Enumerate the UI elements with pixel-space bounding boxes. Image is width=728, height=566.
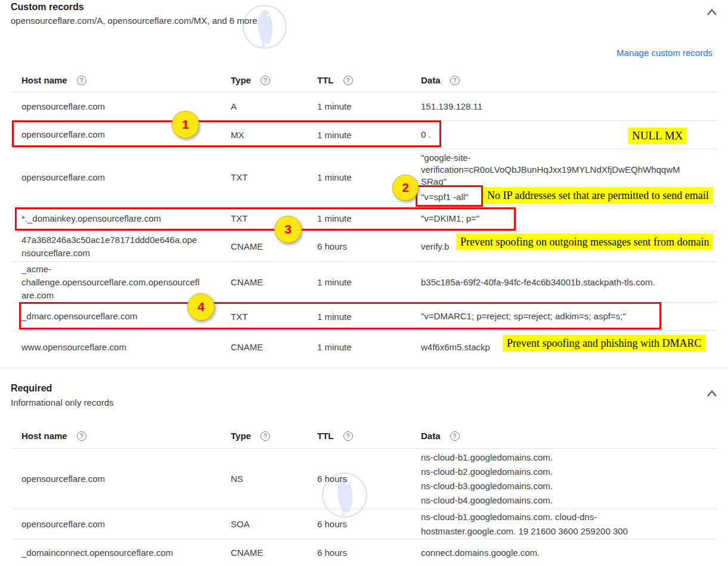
annotation-label-spf: No IP addresses set that are permitted t… [483,187,713,204]
record-data: 0 . [421,129,431,139]
help-icon[interactable]: ? [77,431,86,441]
help-icon[interactable]: ? [77,76,86,85]
record-host: _dmarc.opensourceflare.com [21,310,200,323]
table-row: opensourceflare.com NS 6 hours ns-cloud-… [12,449,717,509]
record-host: *._domainkey.opensourceflare.com [21,212,200,225]
annotation-label-dmarc: Prevent spoofing and phishing with DMARC [503,335,706,352]
record-data: "google-site-verification=cR0oLVoQbJBunH… [421,152,683,188]
col-host-name: Host name [21,75,67,85]
record-type: SOA [231,519,317,529]
record-host: 47a368246a3c50ac1e78171ddd0e646a.opensou… [21,234,200,260]
record-ttl: 1 minute [317,130,421,140]
col-data: Data [421,75,441,85]
record-host: _domainconnect.opensourceflare.com [21,546,200,559]
record-data: ns-cloud-b2.googledomains.com. [421,465,683,479]
record-type: A [231,101,317,111]
record-data: "v=DMARC1; p=reject; sp=reject; adkim=s;… [421,311,626,321]
annotation-number-3: 3 [274,216,302,243]
col-type: Type [231,431,251,441]
collapse-custom-chevron-up-icon[interactable] [704,5,720,20]
section-divider [0,368,728,368]
dns-records-page: Custom records opensourceflare.com/A, op… [0,0,728,566]
table-row: _domainconnect.opensourceflare.com CNAME… [12,539,717,566]
record-type: MX [231,130,317,140]
table-row: _dmarc.opensourceflare.com TXT 1 minute … [12,303,717,331]
record-data: w4f6x6m5.stackp [421,342,490,352]
col-ttl: TTL [317,431,334,441]
record-ttl: 1 minute [317,342,421,352]
col-data: Data [421,431,441,441]
record-host: opensourceflare.com [21,518,200,531]
record-host: opensourceflare.com [21,100,200,113]
table-row: _acme-challenge.opensourceflare.com.open… [12,262,717,303]
record-host: opensourceflare.com [21,472,200,486]
record-data: ns-cloud-b1.googledomains.com. cloud-dns… [421,512,628,536]
record-ttl: 6 hours [317,548,421,558]
record-ttl: 1 minute [317,312,421,322]
record-type: CNAME [231,548,317,558]
help-icon[interactable]: ? [343,76,353,85]
record-data: ns-cloud-b1.googledomains.com. [421,450,683,465]
record-data: verify.b [421,241,449,251]
required-title: Required [11,383,52,394]
table-row: opensourceflare.com SOA 6 hours ns-cloud… [12,509,717,539]
required-subtitle: Informational only records [11,397,114,408]
record-data: ns-cloud-b4.googledomains.com. [421,493,683,508]
help-icon[interactable]: ? [343,431,353,441]
col-ttl: TTL [317,75,334,85]
help-icon[interactable]: ? [450,431,460,441]
record-data: b35c185a-69f2-40fa-94fc-fe4c6b34001b.sta… [421,277,655,287]
required-table-header: Host name? Type? TTL? Data? [12,424,717,449]
help-icon[interactable]: ? [261,431,270,441]
record-ttl: 6 hours [317,241,421,251]
annotation-number-1: 1 [172,111,199,138]
record-type: CNAME [231,241,317,251]
record-host: www.opensourceflare.com [21,341,200,354]
record-type: TXT [231,213,317,223]
custom-table-header: Host name? Type? TTL? Data? [12,69,717,92]
table-row: opensourceflare.com MX 1 minute 0 . [12,121,717,149]
watermark-logo-icon [241,4,288,50]
record-ttl: 1 minute [317,277,421,287]
record-type: NS [231,474,317,484]
required-records-table: Host name? Type? TTL? Data? opensourcefl… [12,424,717,566]
record-ttl: 6 hours [317,474,421,484]
record-host: opensourceflare.com [21,171,200,184]
record-data: 151.139.128.11 [421,101,482,111]
annotation-label-null-mx: NULL MX [628,127,687,144]
custom-records-table: Host name? Type? TTL? Data? opensourcefl… [12,69,717,363]
manage-custom-records-link[interactable]: Manage custom records [617,48,712,58]
record-type: TXT [231,312,317,322]
record-host: _acme-challenge.opensourceflare.com.open… [21,263,200,302]
annotation-number-4: 4 [187,293,215,321]
record-ttl: 1 minute [317,101,421,111]
record-ttl: 1 minute [317,213,421,223]
record-type: TXT [231,172,317,182]
record-type: CNAME [231,277,317,287]
help-icon[interactable]: ? [261,76,270,85]
record-data: "v=DKIM1; p=" [421,213,479,223]
annotation-label-dkim: Prevent spoofing on outgoing messages se… [456,234,713,250]
record-data: ns-cloud-b3.googledomains.com. [421,479,683,493]
record-data: connect.domains.google.com. [421,548,540,558]
col-host-name: Host name [21,431,67,441]
help-icon[interactable]: ? [450,76,460,85]
custom-records-subtitle: opensourceflare.com/A, opensourceflare.c… [11,15,258,26]
annotation-number-2: 2 [392,175,419,201]
col-type: Type [231,75,251,85]
collapse-required-chevron-up-icon[interactable] [704,386,720,402]
table-row: *._domainkey.opensourceflare.com TXT 1 m… [12,206,717,231]
record-type: CNAME [231,342,317,352]
table-row: opensourceflare.com A 1 minute 151.139.1… [12,92,717,121]
custom-records-title: Custom records [11,2,84,13]
record-ttl: 6 hours [317,519,421,529]
